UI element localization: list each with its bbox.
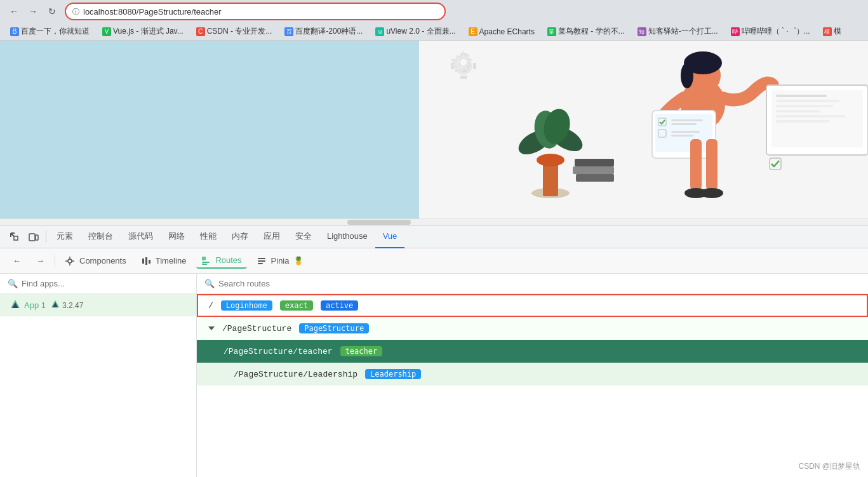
- svg-rect-32: [776, 100, 839, 102]
- route-tag-exact: exact: [280, 300, 313, 311]
- components-button[interactable]: Components: [60, 253, 131, 269]
- address-bar[interactable]: ⓘ localhost:8080/PageStructure/teacher: [65, 3, 446, 20]
- components-label: Components: [79, 256, 126, 265]
- svg-rect-53: [258, 260, 265, 262]
- bookmark-baidu[interactable]: B 百度一下，你就知道: [5, 25, 95, 38]
- bookmark-label: Apache ECharts: [479, 27, 535, 36]
- svg-rect-25: [690, 139, 702, 190]
- svg-rect-34: [776, 110, 820, 112]
- svg-rect-46: [142, 259, 144, 264]
- pinia-icon: [257, 256, 266, 266]
- svg-rect-4: [543, 161, 558, 196]
- timeline-button[interactable]: Timeline: [137, 253, 192, 269]
- bookmark-translate[interactable]: 百 百度翻译-200种语...: [279, 25, 368, 38]
- bookmark-label: 哔哩哔哩（ ` ·゜）...: [742, 26, 810, 37]
- tab-application[interactable]: 应用: [256, 225, 288, 248]
- bookmark-icon: C: [196, 27, 205, 36]
- bookmark-bilibili[interactable]: 哔 哔哩哔哩（ ` ·゜）...: [726, 25, 815, 38]
- bookmark-label: 菜鸟教程 - 学的不...: [558, 26, 625, 37]
- vue-back-button[interactable]: ←: [8, 253, 26, 268]
- tab-console[interactable]: 控制台: [81, 225, 121, 248]
- devtools-tabs-bar: 元素 控制台 源代码 网络 性能 内存 应用 安全 Lighthouse Vue: [0, 225, 868, 248]
- timeline-icon: [142, 256, 150, 266]
- routes-button[interactable]: Routes: [196, 253, 246, 269]
- tab-performance[interactable]: 性能: [192, 225, 224, 248]
- svg-rect-36: [776, 120, 830, 123]
- app-name: App 1: [24, 300, 46, 310]
- device-toolbar-button[interactable]: [24, 227, 43, 246]
- back-button[interactable]: ←: [5, 3, 23, 20]
- vue-sidebar: 🔍 App 1 3.2.47: [0, 274, 197, 477]
- reload-button[interactable]: ↻: [43, 3, 61, 20]
- svg-point-5: [537, 154, 564, 166]
- route-tag-teacher: teacher: [340, 346, 383, 356]
- find-apps-input[interactable]: [22, 279, 189, 288]
- pinia-label: Pinia: [271, 256, 290, 265]
- tab-lighthouse[interactable]: Lighthouse: [319, 225, 375, 248]
- bookmark-csdn[interactable]: C CSDN - 专业开发...: [191, 25, 277, 38]
- search-routes-input[interactable]: [218, 279, 860, 288]
- bookmark-icon: 哔: [731, 27, 740, 36]
- pinia-emoji: 🍍: [293, 256, 304, 265]
- route-row-teacher[interactable]: /PageStructure/teacher teacher: [197, 340, 868, 363]
- tab-vue[interactable]: Vue: [375, 225, 405, 248]
- bookmark-echarts[interactable]: E Apache ECharts: [464, 26, 540, 37]
- routes-search-icon: 🔍: [204, 279, 215, 288]
- route-tag-active: active: [321, 300, 358, 311]
- page-area: [0, 41, 868, 218]
- tab-memory[interactable]: 内存: [224, 225, 256, 248]
- timeline-label: Timeline: [156, 256, 187, 265]
- svg-point-41: [68, 259, 72, 263]
- bookmark-icon: B: [10, 27, 19, 36]
- arrow-right-icon: →: [36, 256, 44, 265]
- routes-icon: [201, 255, 210, 265]
- app-1-item[interactable]: App 1 3.2.47: [0, 294, 196, 316]
- route-tag-loginhome: Loginhome: [221, 300, 272, 311]
- tab-security[interactable]: 安全: [288, 225, 319, 248]
- svg-rect-26: [706, 139, 718, 190]
- bookmark-uview[interactable]: u uView 2.0 - 全面兼...: [370, 25, 460, 38]
- route-path-leadership: /PageStructure/Leadership: [234, 370, 357, 379]
- bookmark-label: Vue.js - 渐进式 Jav...: [113, 26, 184, 37]
- pinia-button[interactable]: Pinia 🍍: [252, 253, 309, 269]
- svg-rect-30: [771, 90, 863, 147]
- svg-rect-49: [202, 257, 206, 260]
- vue-toolbar: ← → Components Timeline: [0, 248, 868, 274]
- components-icon: [65, 256, 74, 266]
- bookmark-label: 模: [834, 26, 841, 37]
- tab-network[interactable]: 网络: [161, 225, 192, 248]
- bookmark-mo[interactable]: 模 模: [818, 25, 846, 38]
- vue-devtools-content: ← → Components Timeline: [0, 248, 868, 477]
- svg-point-28: [700, 188, 723, 198]
- arrow-left-icon: ←: [13, 256, 21, 265]
- route-row-root[interactable]: / Loginhome exact active: [197, 294, 868, 317]
- watermark: CSDN @旧梦星轨: [798, 461, 860, 472]
- bookmarks-bar: B 百度一下，你就知道 V Vue.js - 渐进式 Jav... C CSDN…: [0, 23, 868, 41]
- routes-panel: 🔍 / Loginhome exact active /Pag: [197, 274, 868, 477]
- tab-sources[interactable]: 源代码: [121, 225, 161, 248]
- bookmark-zhike[interactable]: 知 知客驿站-一个打工...: [632, 25, 723, 38]
- svg-rect-52: [258, 258, 265, 259]
- route-row-leadership[interactable]: /PageStructure/Leadership Leadership: [197, 363, 868, 386]
- bookmark-vue[interactable]: V Vue.js - 渐进式 Jav...: [97, 25, 189, 38]
- vue-logo-icon: [10, 299, 20, 311]
- bookmark-runoob[interactable]: 菜 菜鸟教程 - 学的不...: [542, 25, 630, 38]
- route-row-pagestructure[interactable]: /PageStructure PageStructure: [197, 317, 868, 340]
- bookmark-label: 知客驿站-一个打工...: [648, 26, 718, 37]
- tab-elements[interactable]: 元素: [49, 225, 81, 248]
- bookmark-label: 百度翻译-200种语...: [295, 26, 363, 37]
- forward-button[interactable]: →: [24, 3, 42, 20]
- chevron-down-icon: [208, 326, 215, 330]
- svg-rect-50: [202, 262, 210, 263]
- svg-rect-51: [202, 264, 207, 265]
- bookmark-icon: 知: [638, 27, 646, 36]
- bookmark-label: 百度一下，你就知道: [21, 26, 90, 37]
- app-version: 3.2.47: [62, 301, 83, 310]
- svg-rect-54: [258, 263, 263, 264]
- vue-forward-button[interactable]: →: [31, 253, 50, 268]
- bookmark-label: uView 2.0 - 全面兼...: [386, 26, 455, 37]
- svg-rect-21: [671, 123, 697, 125]
- bookmark-icon: 模: [823, 27, 832, 36]
- inspect-element-button[interactable]: [5, 227, 24, 246]
- hero-left: [0, 41, 419, 218]
